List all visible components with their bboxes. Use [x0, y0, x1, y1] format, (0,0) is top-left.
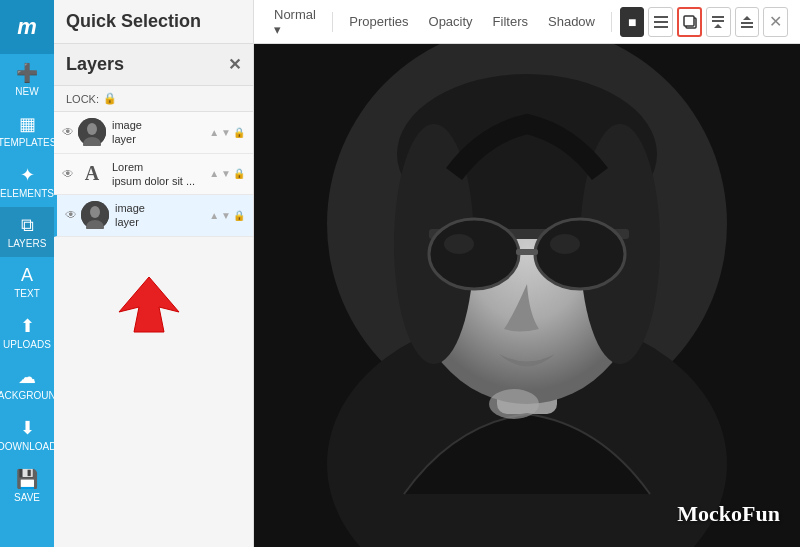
layer-thumb-1: [78, 118, 106, 146]
canvas-photo: MockoFun: [254, 44, 800, 547]
top-toolbar: Normal ▾ Properties Opacity Filters Shad…: [254, 0, 800, 44]
sidebar-item-download-label: DOWNLOAD: [0, 441, 56, 452]
layer-controls-1: ▲ ▼ 🔒: [209, 127, 245, 138]
toolbar-shadow[interactable]: Shadow: [540, 10, 603, 33]
layer-name-1: imagelayer: [112, 118, 209, 147]
svg-rect-14: [712, 20, 724, 22]
sidebar-item-background[interactable]: ☁ BACKGROUND: [0, 358, 54, 409]
sidebar-item-save[interactable]: 💾 SAVE: [0, 460, 54, 511]
sidebar: m ➕ NEW ▦ TEMPLATES ✦ ELEMENTS ⧉ LAYERS …: [0, 0, 54, 547]
canvas-svg: [254, 44, 800, 547]
svg-rect-32: [516, 249, 538, 255]
toolbar-align-button[interactable]: [648, 7, 673, 37]
app-logo[interactable]: m: [0, 0, 54, 54]
svg-rect-12: [684, 16, 694, 26]
svg-rect-17: [741, 22, 753, 24]
layer-name-2: Loremipsum dolor sit ...: [112, 160, 209, 189]
svg-point-29: [535, 219, 625, 289]
layers-panel: Quick Selection Layers ✕ LOCK: 🔒 👁 image…: [54, 0, 254, 547]
toolbar-separator-1: [332, 12, 333, 32]
arrow-annotation: [109, 267, 209, 341]
layers-panel-title: Layers: [66, 54, 124, 75]
lock-icon: 🔒: [103, 92, 117, 105]
sidebar-item-download[interactable]: ⬇ DOWNLOAD: [0, 409, 54, 460]
svg-point-1: [87, 123, 97, 135]
sidebar-item-templates[interactable]: ▦ TEMPLATES: [0, 105, 54, 156]
toolbar-normal-dropdown[interactable]: Normal ▾: [266, 3, 324, 41]
background-icon: ☁: [18, 366, 36, 388]
layer-down-arrow-1[interactable]: ▼: [221, 127, 231, 138]
sidebar-item-elements-label: ELEMENTS: [0, 188, 54, 199]
svg-rect-9: [654, 21, 668, 23]
layers-lock-row: LOCK: 🔒: [54, 86, 253, 112]
layer-thumb-2: A: [78, 160, 106, 188]
logo-letter: m: [17, 14, 37, 40]
layer-down-arrow-2[interactable]: ▼: [221, 168, 231, 179]
layers-icon: ⧉: [21, 215, 34, 236]
visibility-toggle-2[interactable]: 👁: [62, 167, 74, 181]
layer-thumb-3: [81, 201, 109, 229]
save-icon: 💾: [16, 468, 38, 490]
layer-controls-3: ▲ ▼ 🔒: [209, 210, 245, 221]
layer-controls-2: ▲ ▼ 🔒: [209, 168, 245, 179]
sidebar-item-uploads-label: UPLOADS: [3, 339, 51, 350]
sidebar-item-new[interactable]: ➕ NEW: [0, 54, 54, 105]
svg-point-31: [550, 234, 580, 254]
new-icon: ➕: [16, 62, 38, 84]
layer-item-2[interactable]: 👁 A Loremipsum dolor sit ... ▲ ▼ 🔒: [54, 154, 253, 196]
sidebar-item-layers[interactable]: ⧉ LAYERS: [0, 207, 54, 257]
svg-marker-16: [743, 16, 751, 20]
templates-icon: ▦: [19, 113, 36, 135]
toolbar-layer-up-button[interactable]: [735, 7, 760, 37]
toolbar-separator-2: [611, 12, 612, 32]
layer-name-3: imagelayer: [115, 201, 209, 230]
toolbar-opacity[interactable]: Opacity: [421, 10, 481, 33]
svg-point-28: [429, 219, 519, 289]
download-icon: ⬇: [20, 417, 35, 439]
layers-title-bar: Layers ✕: [54, 44, 253, 86]
visibility-toggle-3[interactable]: 👁: [65, 208, 77, 222]
sidebar-item-save-label: SAVE: [14, 492, 40, 503]
canvas-area: MockoFun: [254, 44, 800, 547]
sidebar-item-uploads[interactable]: ⬆ UPLOADS: [0, 307, 54, 358]
layer-item-1[interactable]: 👁 imagelayer ▲ ▼ 🔒: [54, 112, 253, 154]
quick-selection-title: Quick Selection: [66, 11, 201, 32]
layer-item-3[interactable]: 👁 imagelayer ▲ ▼ 🔒: [54, 195, 253, 237]
layer-up-arrow-3[interactable]: ▲: [209, 210, 219, 221]
layers-close-button[interactable]: ✕: [228, 55, 241, 74]
svg-point-33: [489, 389, 539, 419]
layer-down-arrow-3[interactable]: ▼: [221, 210, 231, 221]
visibility-toggle-1[interactable]: 👁: [62, 125, 74, 139]
quick-selection-header: Quick Selection: [54, 0, 253, 44]
elements-icon: ✦: [20, 164, 35, 186]
layer-lock-1: 🔒: [233, 127, 245, 138]
main-area: Normal ▾ Properties Opacity Filters Shad…: [254, 0, 800, 547]
svg-point-4: [90, 206, 100, 218]
layers-body: 👁 imagelayer ▲ ▼ 🔒 👁 A: [54, 112, 253, 237]
toolbar-delete-button[interactable]: ✕: [763, 7, 788, 37]
lock-label: LOCK:: [66, 93, 99, 105]
sidebar-item-text[interactable]: A TEXT: [0, 257, 54, 307]
sidebar-item-layers-label: LAYERS: [8, 238, 47, 249]
svg-marker-7: [119, 277, 179, 332]
toolbar-filters[interactable]: Filters: [485, 10, 536, 33]
svg-rect-10: [654, 26, 668, 28]
toolbar-properties[interactable]: Properties: [341, 10, 416, 33]
layer-up-arrow-2[interactable]: ▲: [209, 168, 219, 179]
sidebar-item-elements[interactable]: ✦ ELEMENTS: [0, 156, 54, 207]
canvas-watermark: MockoFun: [677, 501, 780, 527]
layer-up-arrow-1[interactable]: ▲: [209, 127, 219, 138]
toolbar-layer-down-button[interactable]: [706, 7, 731, 37]
toolbar-duplicate-button[interactable]: [677, 7, 702, 37]
uploads-icon: ⬆: [20, 315, 35, 337]
layer-lock-3: 🔒: [233, 210, 245, 221]
svg-rect-18: [741, 26, 753, 28]
sidebar-item-new-label: NEW: [15, 86, 38, 97]
svg-rect-8: [654, 16, 668, 18]
text-icon: A: [21, 265, 33, 286]
svg-point-30: [444, 234, 474, 254]
toolbar-square-fill-button[interactable]: ■: [620, 7, 645, 37]
sidebar-item-templates-label: TEMPLATES: [0, 137, 56, 148]
svg-marker-15: [714, 24, 722, 28]
svg-rect-13: [712, 16, 724, 18]
